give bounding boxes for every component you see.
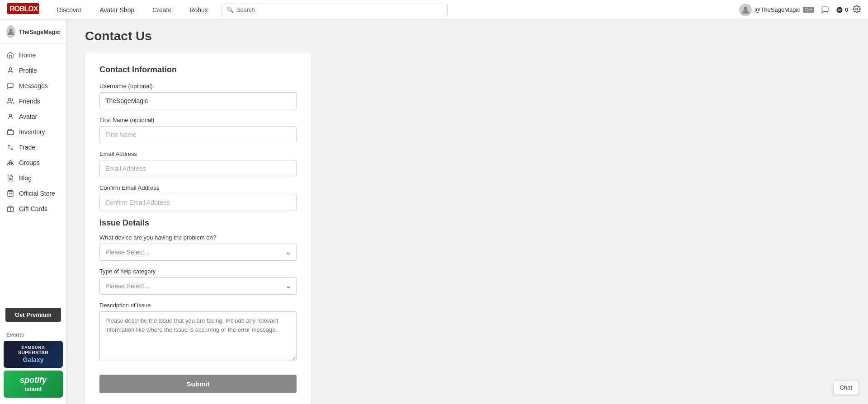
contact-form-card: Contact Information Username (optional) … [85, 52, 311, 404]
svg-point-9 [9, 114, 11, 117]
sidebar-item-profile[interactable]: Profile [0, 63, 66, 78]
sidebar-item-home[interactable]: Home [0, 47, 66, 63]
settings-icon[interactable] [853, 5, 861, 15]
nav-right: @TheSageMagic 13+ R 0 [739, 4, 861, 16]
svg-point-8 [8, 99, 10, 101]
age-badge: 13+ [803, 7, 814, 13]
nav-links: Discover Avatar Shop Create Robux [48, 0, 217, 20]
nav-avatar-shop[interactable]: Avatar Shop [90, 0, 143, 20]
robux-display[interactable]: R 0 [836, 6, 848, 14]
search-icon: 🔍 [226, 6, 234, 13]
username-input[interactable] [99, 92, 297, 109]
confirm-email-group: Confirm Email Address [99, 184, 297, 211]
sidebar-item-blog[interactable]: Blog [0, 170, 66, 186]
main-area: TheSageMagic Home Profile Messages [0, 20, 868, 404]
sidebar-item-friends[interactable]: Friends [0, 94, 66, 109]
robux-count-value: 0 [845, 6, 848, 13]
help-category-select[interactable]: Please Select... [99, 277, 297, 295]
svg-text:R: R [838, 8, 841, 12]
svg-point-13 [11, 162, 13, 163]
top-navigation: ROBLOX Discover Avatar Shop Create Robux… [0, 0, 868, 20]
friends-icon [6, 97, 14, 105]
confirm-email-input[interactable] [99, 194, 297, 211]
messages-icon [6, 82, 14, 90]
sidebar-item-messages[interactable]: Messages [0, 78, 66, 94]
username-display: @TheSageMagic [755, 6, 800, 13]
svg-point-7 [9, 68, 11, 70]
username-group: Username (optional) [99, 83, 297, 109]
sidebar-item-label: Gift Cards [19, 205, 47, 212]
device-group: What device are you having the problem o… [99, 234, 297, 261]
blog-icon [6, 174, 14, 182]
event-spotify[interactable]: spotify island [4, 371, 63, 398]
search-bar[interactable]: 🔍 [222, 4, 448, 16]
sidebar-item-label: Messages [19, 82, 48, 89]
sidebar-item-official-store[interactable]: Official Store [0, 186, 66, 201]
sidebar-item-label: Groups [19, 159, 40, 166]
sidebar-item-label: Trade [19, 144, 35, 151]
username-label: Username (optional) [99, 83, 297, 89]
user-info[interactable]: @TheSageMagic 13+ [739, 4, 814, 16]
search-input[interactable] [236, 6, 443, 13]
sidebar-avatar [6, 25, 15, 38]
confirm-email-label: Confirm Email Address [99, 184, 297, 191]
svg-point-2 [744, 7, 747, 10]
firstname-input[interactable] [99, 126, 297, 143]
main-content: Contact Us Contact Information Username … [67, 20, 868, 404]
description-textarea[interactable] [99, 311, 297, 361]
svg-point-11 [9, 160, 11, 162]
sidebar-username: TheSageMagic [19, 28, 60, 35]
firstname-label: First Name (optional) [99, 117, 297, 123]
email-input[interactable] [99, 160, 297, 177]
roblox-logo[interactable]: ROBLOX [7, 3, 39, 16]
sidebar-item-label: Home [19, 52, 36, 59]
svg-point-5 [856, 8, 858, 10]
sidebar-item-label: Official Store [19, 190, 55, 197]
chat-nav-icon[interactable] [819, 4, 831, 16]
chat-button[interactable]: Chat [833, 380, 859, 395]
sidebar-item-label: Friends [19, 98, 40, 105]
get-premium-button[interactable]: Get Premium [5, 308, 61, 322]
event-samsung[interactable]: SAMSUNG SUPERSTAR Galaxy [4, 341, 63, 368]
device-select[interactable]: Please Select... [99, 244, 297, 261]
sidebar-item-label: Blog [19, 174, 32, 182]
sidebar-item-label: Profile [19, 67, 37, 74]
samsung-event-text: SAMSUNG SUPERSTAR Galaxy [18, 345, 48, 364]
description-group: Description of issue [99, 302, 297, 363]
spotify-event-text: spotify island [20, 376, 47, 392]
sidebar-item-label: Avatar [19, 113, 37, 120]
inventory-icon [6, 128, 14, 136]
contact-info-title: Contact Information [99, 65, 297, 75]
sidebar-item-groups[interactable]: Groups [0, 155, 66, 170]
trade-icon [6, 143, 14, 151]
help-category-label: Type of help category [99, 268, 297, 275]
submit-button[interactable]: Submit [99, 375, 297, 393]
avatar [739, 4, 752, 16]
events-label: Events [0, 330, 66, 341]
svg-point-12 [8, 162, 9, 163]
device-select-wrapper: Please Select... [99, 244, 297, 261]
firstname-group: First Name (optional) [99, 117, 297, 143]
avatar-icon [6, 113, 14, 121]
nav-create[interactable]: Create [143, 0, 180, 20]
home-icon [6, 51, 14, 59]
svg-rect-10 [7, 131, 13, 135]
sidebar-item-inventory[interactable]: Inventory [0, 124, 66, 140]
profile-icon [6, 66, 14, 75]
nav-robux[interactable]: Robux [180, 0, 217, 20]
groups-icon [6, 159, 14, 167]
sidebar-item-label: Inventory [19, 128, 45, 136]
sidebar: TheSageMagic Home Profile Messages [0, 20, 67, 404]
sidebar-item-trade[interactable]: Trade [0, 140, 66, 155]
store-icon [6, 189, 14, 197]
events-section: Events SAMSUNG SUPERSTAR Galaxy spotify … [0, 326, 66, 404]
sidebar-user[interactable]: TheSageMagic [0, 20, 66, 44]
description-label: Description of issue [99, 302, 297, 309]
email-group: Email Address [99, 150, 297, 177]
sidebar-item-gift-cards[interactable]: Gift Cards [0, 201, 66, 216]
nav-discover[interactable]: Discover [48, 0, 90, 20]
sidebar-item-avatar[interactable]: Avatar [0, 109, 66, 124]
svg-text:ROBLOX: ROBLOX [9, 5, 38, 13]
help-category-select-wrapper: Please Select... [99, 277, 297, 295]
issue-details-title: Issue Details [99, 218, 297, 228]
